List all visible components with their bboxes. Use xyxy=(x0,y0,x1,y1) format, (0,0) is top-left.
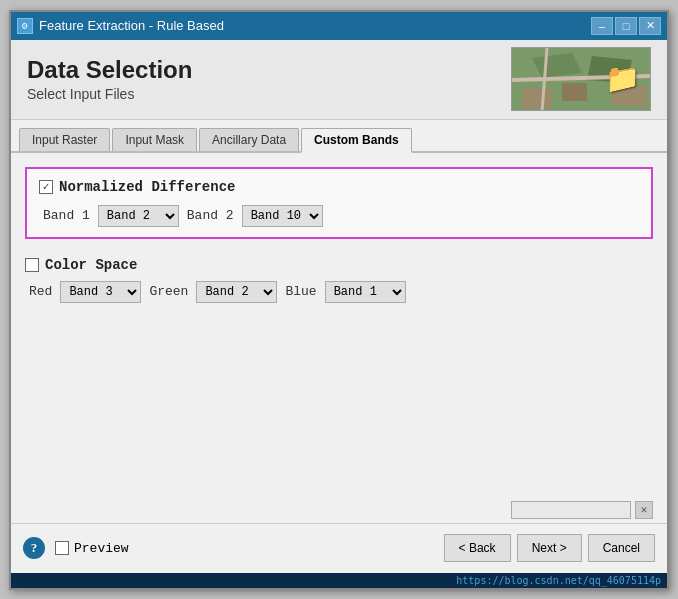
band1-label: Band 1 xyxy=(43,208,90,223)
app-icon: ⚙ xyxy=(17,18,33,34)
blue-label: Blue xyxy=(285,284,316,299)
help-button[interactable]: ? xyxy=(23,537,45,559)
header-image-inner: 📁 xyxy=(512,48,650,110)
back-button[interactable]: < Back xyxy=(444,534,511,562)
tab-input-mask[interactable]: Input Mask xyxy=(112,128,197,151)
red-label: Red xyxy=(29,284,52,299)
footer: ? Preview < Back Next > Cancel xyxy=(11,523,667,573)
color-space-section: Color Space Red Band 3 Band 1 Band 2 Ban… xyxy=(25,249,653,311)
band1-select[interactable]: Band 2 Band 1 Band 3 Band 4 Band 5 Band … xyxy=(98,205,179,227)
close-button[interactable]: ✕ xyxy=(639,17,661,35)
green-label: Green xyxy=(149,284,188,299)
color-space-title: Color Space xyxy=(45,257,137,273)
footer-right: < Back Next > Cancel xyxy=(444,534,655,562)
normalized-difference-header: Normalized Difference xyxy=(39,179,639,195)
normalized-difference-title: Normalized Difference xyxy=(59,179,235,195)
svg-rect-3 xyxy=(522,88,552,108)
footer-left: ? Preview xyxy=(23,537,129,559)
blue-select[interactable]: Band 1 Band 2 Band 3 Band 4 Band 5 Band … xyxy=(325,281,406,303)
tabs-area: Input Raster Input Mask Ancillary Data C… xyxy=(11,120,667,153)
preview-checkbox[interactable] xyxy=(55,541,69,555)
tab-ancillary-data[interactable]: Ancillary Data xyxy=(199,128,299,151)
progress-area: ✕ xyxy=(11,497,667,523)
url-bar: https://blog.csdn.net/qq_46075114p xyxy=(11,573,667,588)
title-bar-left: ⚙ Feature Extraction - Rule Based xyxy=(17,18,224,34)
normalized-difference-section: Normalized Difference Band 1 Band 2 Band… xyxy=(25,167,653,239)
color-space-header: Color Space xyxy=(25,257,653,273)
cancel-button[interactable]: Cancel xyxy=(588,534,655,562)
maximize-button[interactable]: □ xyxy=(615,17,637,35)
band2-label: Band 2 xyxy=(187,208,234,223)
preview-section: Preview xyxy=(55,541,129,556)
progress-bar xyxy=(511,501,631,519)
header-text: Data Selection Select Input Files xyxy=(27,56,192,102)
green-select[interactable]: Band 2 Band 1 Band 3 Band 4 Band 5 Band … xyxy=(196,281,277,303)
normalized-difference-checkbox[interactable] xyxy=(39,180,53,194)
minimize-button[interactable]: – xyxy=(591,17,613,35)
svg-rect-4 xyxy=(562,83,587,101)
tab-input-raster[interactable]: Input Raster xyxy=(19,128,110,151)
content-area: Normalized Difference Band 1 Band 2 Band… xyxy=(11,153,667,497)
band2-select[interactable]: Band 10 Band 1 Band 2 Band 3 Band 4 Band… xyxy=(242,205,323,227)
normalized-difference-band-row: Band 1 Band 2 Band 1 Band 3 Band 4 Band … xyxy=(39,205,639,227)
title-controls: – □ ✕ xyxy=(591,17,661,35)
red-select[interactable]: Band 3 Band 1 Band 2 Band 4 Band 5 Band … xyxy=(60,281,141,303)
main-content: Normalized Difference Band 1 Band 2 Band… xyxy=(11,153,667,588)
window-title: Feature Extraction - Rule Based xyxy=(39,18,224,33)
preview-label: Preview xyxy=(74,541,129,556)
header-title: Data Selection xyxy=(27,56,192,84)
tab-custom-bands[interactable]: Custom Bands xyxy=(301,128,412,153)
progress-cancel-button[interactable]: ✕ xyxy=(635,501,653,519)
color-band-row: Red Band 3 Band 1 Band 2 Band 4 Band 5 B… xyxy=(25,281,653,303)
title-bar: ⚙ Feature Extraction - Rule Based – □ ✕ xyxy=(11,12,667,40)
header-subtitle: Select Input Files xyxy=(27,86,192,102)
folder-icon: 📁 xyxy=(605,62,640,96)
main-window: ⚙ Feature Extraction - Rule Based – □ ✕ … xyxy=(9,10,669,590)
header-image: 📁 xyxy=(511,47,651,111)
header: Data Selection Select Input Files 📁 xyxy=(11,40,667,120)
color-space-checkbox[interactable] xyxy=(25,258,39,272)
next-button[interactable]: Next > xyxy=(517,534,582,562)
